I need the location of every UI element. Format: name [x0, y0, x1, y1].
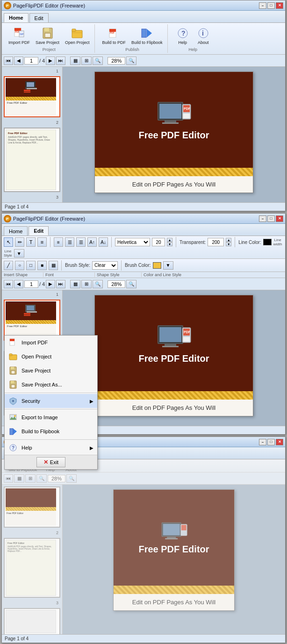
- svg-rect-9: [45, 33, 50, 37]
- svg-text:?: ?: [12, 445, 14, 451]
- thumbnail-2-1[interactable]: Free PDF Editor: [4, 300, 60, 341]
- menu-item-open-project[interactable]: Open Project: [5, 350, 97, 364]
- first-page-btn-2[interactable]: ⏮: [4, 280, 13, 288]
- brush-color-dropdown[interactable]: ▼: [163, 261, 173, 270]
- main-area-3: Free PDF Editor 2 Free PDF Editor Add/Ed…: [2, 485, 285, 634]
- trans-down-btn[interactable]: ▼: [226, 242, 231, 246]
- menu-item-save-project-as[interactable]: Save Project As...: [5, 378, 97, 392]
- menu-item-security[interactable]: Security ▶: [5, 394, 97, 408]
- tab-edit-1[interactable]: Edit: [29, 13, 49, 22]
- menu-item-export-image[interactable]: Export to Image: [5, 410, 97, 424]
- menu-item-help[interactable]: ? Help ▶: [5, 441, 97, 455]
- minimize-btn-2[interactable]: –: [259, 215, 266, 222]
- context-menu: PDF Import PDF Open Project Save Project: [4, 335, 98, 470]
- search-btn-1[interactable]: 🔍: [93, 57, 103, 65]
- save-project-menu-icon: [8, 366, 18, 375]
- menu-bar-1: Home Edit: [2, 11, 285, 23]
- select-tool-btn[interactable]: ↖: [4, 237, 13, 247]
- zoom-btn-1[interactable]: 🔍: [126, 57, 136, 65]
- align-left-btn[interactable]: ≡: [54, 237, 63, 247]
- first-page-btn-1[interactable]: ⏮: [4, 57, 13, 65]
- size-up-btn[interactable]: ▲: [167, 238, 172, 242]
- close-btn-2[interactable]: ✕: [276, 215, 283, 222]
- font-size-input[interactable]: [152, 238, 165, 246]
- double-view-btn-2[interactable]: ⊞: [81, 280, 92, 288]
- pencil-tool-btn[interactable]: ✏: [15, 237, 24, 247]
- font-select[interactable]: Helvetica: [115, 238, 150, 246]
- build-pdf-btn-1[interactable]: PDF Build to PDF: [100, 25, 128, 46]
- rect-fill-btn[interactable]: ■: [37, 261, 47, 270]
- maximize-btn-2[interactable]: □: [267, 215, 275, 222]
- zoom-btn-3: 🔍: [66, 474, 77, 483]
- zoom-btn-2[interactable]: 🔍: [126, 280, 136, 288]
- exit-btn-row: ✕ Exit: [5, 455, 97, 469]
- title-bar-1: P PageFlipPDF Editor (Freeware) – □ ✕: [2, 0, 285, 11]
- brush-style-select[interactable]: Clear: [92, 261, 118, 270]
- prev-page-btn-2[interactable]: ◀: [14, 280, 23, 288]
- menu-item-build-flipbook[interactable]: Build to Flipbook: [5, 424, 97, 438]
- menu-export-image-label: Export to Image: [22, 415, 58, 420]
- close-btn-1[interactable]: ✕: [276, 2, 283, 9]
- svg-text:PDF: PDF: [10, 341, 14, 343]
- maximize-btn-3[interactable]: □: [267, 439, 275, 445]
- ellipse-btn[interactable]: ○: [15, 261, 24, 270]
- open-project-btn-1[interactable]: Open Project: [63, 25, 92, 46]
- line-btn[interactable]: ╱: [4, 261, 13, 270]
- build-flipbook-label-1: Build to Flipbook: [131, 40, 163, 45]
- save-project-btn-1[interactable]: Save Project: [34, 25, 61, 46]
- svg-rect-47: [165, 344, 176, 346]
- about-icon-1: i: [197, 27, 210, 40]
- nav-bar-1: ⏮ ◀ 1 / 4 ▶ ⏭ ▦ ⊞ 🔍 28% 🔍: [2, 55, 285, 67]
- svg-rect-42: [24, 313, 30, 315]
- search-btn-2[interactable]: 🔍: [93, 280, 103, 288]
- trans-up-btn[interactable]: ▲: [226, 238, 231, 242]
- menu-save-project-as-label: Save Project As...: [22, 382, 62, 387]
- close-btn-3[interactable]: ✕: [276, 439, 283, 445]
- maximize-btn-1[interactable]: □: [267, 2, 275, 9]
- next-page-btn-2[interactable]: ▶: [46, 280, 55, 288]
- last-page-btn-1[interactable]: ⏭: [56, 57, 65, 65]
- zoom-input-2[interactable]: 28%: [108, 280, 125, 288]
- next-page-btn-1[interactable]: ▶: [46, 57, 55, 65]
- last-page-btn-2[interactable]: ⏭: [56, 280, 65, 288]
- minimize-btn-3[interactable]: –: [259, 439, 266, 445]
- tab-home-1[interactable]: Home: [4, 13, 29, 22]
- menu-item-import-pdf[interactable]: PDF Import PDF: [5, 336, 97, 350]
- import-pdf-btn-1[interactable]: PDF IMP Import PDF: [7, 25, 32, 46]
- brush-color-box[interactable]: [153, 262, 161, 269]
- align-center-btn[interactable]: ☰: [65, 237, 74, 247]
- build-flipbook-btn-1[interactable]: Build to Flipbook: [129, 25, 165, 46]
- tab-home-2[interactable]: Home: [4, 226, 28, 236]
- minimize-btn-1[interactable]: –: [259, 2, 266, 9]
- help-label-1: Help: [178, 40, 187, 45]
- single-view-btn-2[interactable]: ▦: [70, 280, 80, 288]
- line-style-dropdown[interactable]: ▼: [14, 249, 24, 258]
- thumbnail-1-1[interactable]: Free PDF Editor: [4, 76, 60, 117]
- thumb-label-2: 2: [4, 120, 60, 125]
- tab-edit-2[interactable]: Edit: [29, 226, 49, 236]
- double-view-btn-1[interactable]: ⊞: [81, 57, 92, 65]
- transparent-input[interactable]: [208, 238, 224, 246]
- size-down-btn[interactable]: ▼: [167, 242, 172, 246]
- svg-rect-74: [11, 371, 15, 374]
- single-view-btn-1[interactable]: ▦: [70, 57, 80, 65]
- text-size-down-btn[interactable]: A↓: [99, 237, 108, 247]
- prev-page-btn-1[interactable]: ◀: [14, 57, 23, 65]
- page-input-2[interactable]: 1: [24, 280, 38, 288]
- help-btn-1[interactable]: ? Help: [173, 25, 192, 46]
- line-color-box[interactable]: [263, 239, 272, 245]
- thumbnail-1-2[interactable]: Free PDF Editor Add/Edit PDF pages direc…: [4, 128, 60, 192]
- page-subtitle-1: Edit on PDF Pages As You Will: [95, 176, 253, 193]
- rect-btn[interactable]: □: [26, 261, 36, 270]
- zoom-input-1[interactable]: 28%: [108, 57, 125, 64]
- more-shapes-btn[interactable]: ▦: [49, 261, 58, 270]
- menu-item-save-project[interactable]: Save Project: [5, 364, 97, 378]
- text-size-up-btn[interactable]: A↑: [87, 237, 97, 247]
- more-tools-btn[interactable]: ≡: [37, 237, 47, 247]
- about-btn-1[interactable]: i About: [194, 25, 213, 46]
- help-arrow: ▶: [90, 445, 93, 451]
- text-tool-btn[interactable]: T: [26, 237, 36, 247]
- exit-btn[interactable]: ✕ Exit: [36, 457, 65, 467]
- page-input-1[interactable]: 1: [24, 57, 38, 64]
- align-right-btn[interactable]: ☰: [76, 237, 86, 247]
